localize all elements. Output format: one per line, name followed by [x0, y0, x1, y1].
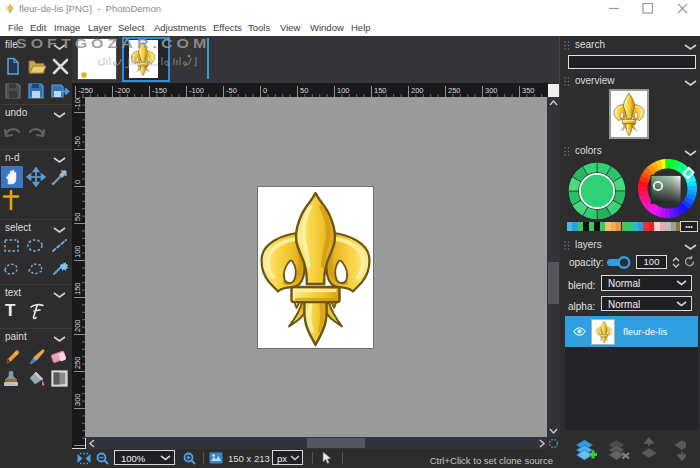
svg-text:200: 200: [411, 86, 424, 95]
svg-text:-50: -50: [73, 136, 82, 147]
svg-text:250: 250: [73, 356, 82, 369]
svg-text:250: 250: [448, 86, 461, 95]
svg-text:50: 50: [300, 86, 308, 95]
svg-text:150: 150: [73, 282, 82, 295]
svg-text:0: 0: [263, 86, 267, 95]
svg-text:-100: -100: [189, 86, 204, 95]
svg-text:50: 50: [73, 213, 82, 221]
svg-text:150: 150: [374, 86, 387, 95]
svg-text:0: 0: [73, 180, 82, 184]
svg-text:200: 200: [73, 319, 82, 332]
svg-text:350: 350: [522, 86, 535, 95]
svg-text:-150: -150: [152, 86, 167, 95]
svg-text:100: 100: [337, 86, 350, 95]
svg-text:100: 100: [73, 245, 82, 258]
svg-text:300: 300: [73, 393, 82, 406]
svg-text:-100: -100: [73, 97, 82, 110]
svg-text:300: 300: [485, 86, 498, 95]
svg-text:-50: -50: [226, 86, 237, 95]
svg-text:-250: -250: [78, 86, 93, 95]
svg-text:-200: -200: [115, 86, 130, 95]
